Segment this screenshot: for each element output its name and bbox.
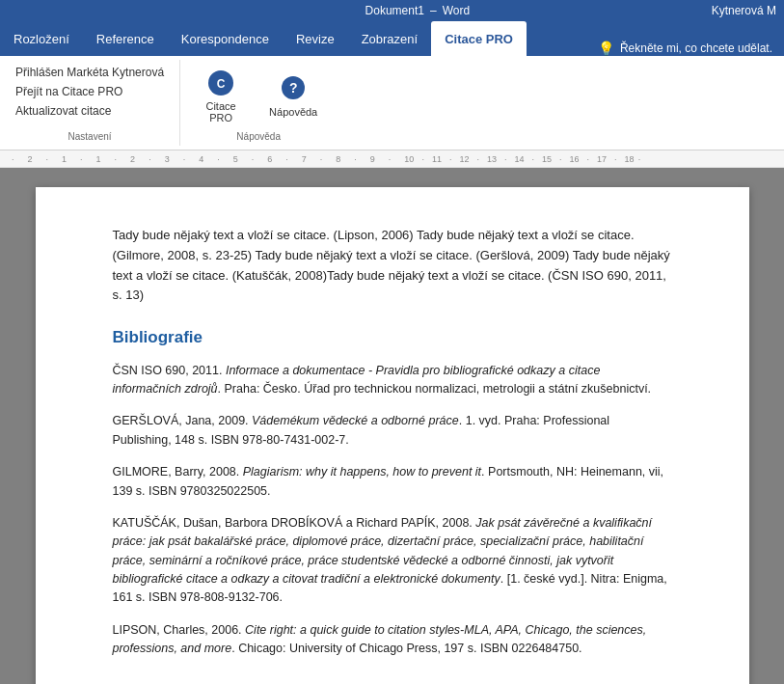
tab-korespondence[interactable]: Korespondence bbox=[168, 21, 283, 56]
ribbon-group-nastaveni: Přihlášen Markéta Kytnerová Přejít na Ci… bbox=[0, 60, 180, 146]
prihlaseni-label: Přihlášen Markéta Kytnerová bbox=[12, 64, 168, 81]
ruler-marks: · 2 · 1 · 1 · 2 · 3 · 4 · 5 · 6 · 7 · 8 … bbox=[4, 154, 780, 164]
bib-entry-gerslova: GERŠLOVÁ, Jana, 2009. Vádemékum vědecké … bbox=[113, 412, 672, 450]
tab-revize[interactable]: Revize bbox=[283, 21, 348, 56]
napoveda-label: Nápověda bbox=[269, 106, 317, 118]
ruler: · 2 · 1 · 1 · 2 · 3 · 4 · 5 · 6 · 7 · 8 … bbox=[0, 150, 784, 168]
napoveda-large-button[interactable]: ? Nápověda bbox=[261, 69, 325, 122]
bib-entry-gilmore: GILMORE, Barry, 2008. Plagiarism: why it… bbox=[113, 463, 672, 501]
title-bar-title: Dokument1 – Word bbox=[365, 4, 471, 17]
tab-reference[interactable]: Reference bbox=[83, 21, 168, 56]
bib-lipson-plain: LIPSON, Charles, 2006. bbox=[113, 623, 246, 637]
document-name: Dokument1 bbox=[365, 4, 424, 17]
app-name: Word bbox=[443, 4, 470, 17]
help-circle: ? bbox=[282, 76, 305, 99]
napoveda-icon: ? bbox=[278, 73, 309, 104]
citace-pro-large-button[interactable]: C Citace PRO bbox=[192, 64, 250, 127]
document-page: Tady bude nějaký text a vloží se citace.… bbox=[36, 187, 749, 684]
ribbon-content: Přihlášen Markéta Kytnerová Přejít na Ci… bbox=[0, 56, 784, 150]
tell-me-bar[interactable]: 💡 Řekněte mi, co chcete udělat. bbox=[586, 41, 784, 56]
nastaveni-group-label: Nastavení bbox=[12, 127, 168, 142]
citace-pro-label: Citace PRO bbox=[205, 100, 235, 123]
bib-katuscak-plain: KATUŠČÁK, Dušan, Barbora DROBÍKOVÁ a Ric… bbox=[113, 516, 476, 530]
document-area: Tady bude nějaký text a vloží se citace.… bbox=[0, 168, 784, 684]
bib-gilmore-plain: GILMORE, Barry, 2008. bbox=[113, 465, 243, 479]
bib-entry-lipson: LIPSON, Charles, 2006. Cite right: a qui… bbox=[113, 621, 672, 659]
bib-csn-plain: ČSN ISO 690, 2011. bbox=[113, 364, 226, 377]
ribbon-tabs: Rozložení Reference Korespondence Revize… bbox=[0, 21, 784, 56]
bibliography-title: Bibliografie bbox=[113, 325, 672, 350]
tab-zobrazeni[interactable]: Zobrazení bbox=[348, 21, 432, 56]
lightbulb-icon: 💡 bbox=[598, 41, 614, 56]
bib-csn-rest: . Praha: Česko. Úřad pro technickou norm… bbox=[218, 382, 652, 396]
ribbon-group-napoveda: C Citace PRO ? Nápověda Nápověda bbox=[180, 60, 337, 146]
body-text: Tady bude nějaký text a vloží se citace.… bbox=[113, 226, 672, 306]
bib-lipson-rest: . Chicago: University of Chicago Press, … bbox=[231, 642, 581, 655]
title-bar: Dokument1 – Word Kytnerová M bbox=[0, 0, 784, 21]
bib-entry-katuscak: KATUŠČÁK, Dušan, Barbora DROBÍKOVÁ a Ric… bbox=[113, 514, 672, 608]
prejit-na-citace-pro-button[interactable]: Přejít na Citace PRO bbox=[12, 83, 168, 100]
tab-rozlozeni[interactable]: Rozložení bbox=[0, 21, 83, 56]
svg-text:C: C bbox=[217, 77, 226, 91]
bib-entry-csn: ČSN ISO 690, 2011. Informace a dokumenta… bbox=[113, 362, 672, 399]
bib-gerslova-italic: Vádemékum vědecké a odborné práce bbox=[252, 414, 459, 427]
aktualizovat-citace-button[interactable]: Aktualizovat citace bbox=[12, 102, 168, 120]
tab-citace-pro[interactable]: Citace PRO bbox=[431, 21, 527, 56]
nastaveni-items: Přihlášen Markéta Kytnerová Přejít na Ci… bbox=[12, 64, 168, 127]
citace-pro-icon: C bbox=[205, 68, 236, 98]
bib-gilmore-italic: Plagiarism: why it happens, how to preve… bbox=[243, 465, 481, 479]
napoveda-group-label: Nápověda bbox=[192, 127, 325, 142]
title-separator: – bbox=[430, 4, 437, 17]
bib-gerslova-plain: GERŠLOVÁ, Jana, 2009. bbox=[113, 414, 253, 427]
tell-me-label: Řekněte mi, co chcete udělat. bbox=[620, 41, 772, 55]
user-name: Kytnerová M bbox=[712, 4, 776, 17]
